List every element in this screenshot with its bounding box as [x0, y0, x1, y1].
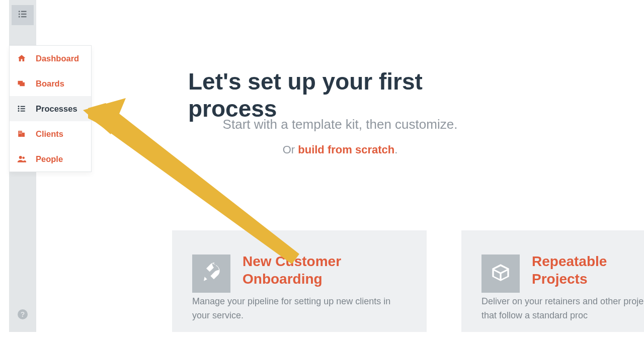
svg-rect-9 [21, 106, 25, 107]
card-icon-tile [192, 254, 230, 293]
main-content: Let's set up your first process Start wi… [36, 0, 644, 332]
office-icon [17, 129, 27, 139]
card-description: Deliver on your retainers and other proj… [481, 295, 644, 323]
svg-rect-15 [22, 133, 25, 137]
svg-rect-16 [19, 132, 20, 133]
svg-point-12 [18, 110, 20, 112]
svg-rect-18 [19, 133, 20, 134]
template-card-onboarding[interactable]: New Customer Onboarding Manage your pipe… [172, 230, 427, 332]
box-icon [491, 263, 511, 285]
svg-rect-5 [21, 16, 27, 17]
page-subtitle-2: Or build from scratch. [283, 143, 398, 156]
svg-rect-3 [21, 14, 27, 15]
help-button[interactable]: ? [18, 309, 28, 319]
svg-rect-7 [20, 82, 25, 87]
svg-point-21 [23, 157, 25, 159]
svg-point-2 [19, 14, 20, 15]
subtitle2-prefix: Or [283, 143, 298, 156]
svg-point-0 [19, 11, 20, 12]
process-list-icon [18, 10, 28, 21]
build-from-scratch-link[interactable]: build from scratch [298, 143, 394, 156]
rocket-icon [201, 263, 221, 285]
page-title: Let's set up your first process [188, 68, 492, 122]
svg-rect-19 [21, 133, 22, 134]
template-card-repeatable[interactable]: Repeatable Projects Deliver on your reta… [461, 230, 644, 332]
svg-point-8 [18, 106, 20, 107]
boards-icon [17, 78, 27, 89]
home-icon [17, 53, 27, 63]
svg-point-20 [19, 156, 22, 159]
subtitle2-suffix: . [394, 143, 397, 156]
people-icon [17, 154, 27, 164]
card-description: Manage your pipeline for setting up new … [192, 295, 407, 323]
svg-point-4 [19, 16, 20, 18]
svg-rect-11 [21, 108, 25, 109]
page-subtitle: Start with a template kit, then customiz… [223, 117, 458, 132]
svg-rect-13 [21, 111, 25, 112]
menu-toggle-button[interactable] [12, 5, 34, 25]
svg-point-10 [18, 108, 20, 110]
svg-rect-17 [21, 132, 22, 133]
svg-rect-14 [18, 131, 22, 137]
svg-rect-1 [21, 11, 27, 12]
card-icon-tile [481, 254, 520, 293]
process-list-icon [17, 104, 27, 114]
